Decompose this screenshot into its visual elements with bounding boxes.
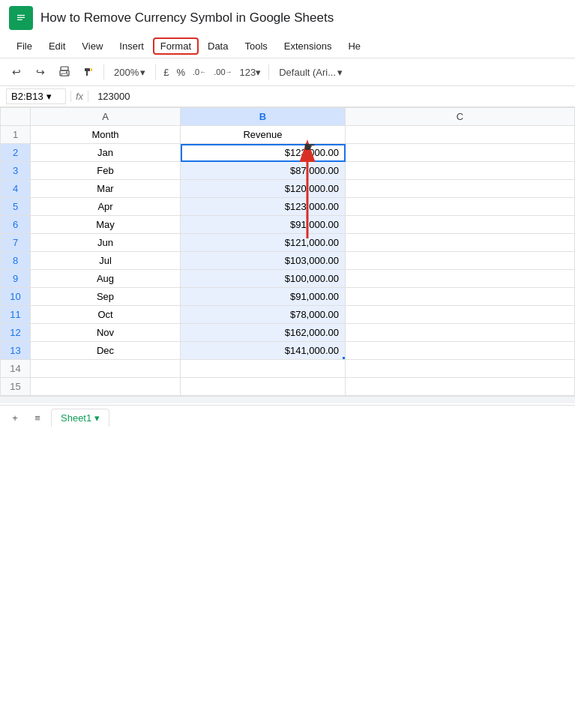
menu-format[interactable]: Format [153,37,199,55]
cell-c11[interactable] [346,306,575,324]
cell-c4[interactable] [346,180,575,198]
format-buttons: £ % .0 ← .00 → 123▾ [160,65,264,79]
spreadsheet: A B C 1MonthRevenue2Jan$123,000.003Feb$8… [0,107,575,396]
row-header-8: 8 [1,252,31,270]
cell-c14[interactable] [346,360,575,378]
cell-b1[interactable]: Revenue [181,126,346,144]
zoom-dropdown[interactable]: 200% ▾ [109,64,151,80]
menu-file[interactable]: File [9,37,40,55]
cell-a12[interactable]: Nov [31,324,181,342]
row-header-7: 7 [1,234,31,252]
col-header-b[interactable]: B [181,108,346,126]
menu-help[interactable]: He [340,37,368,55]
sheet-tab-sheet1[interactable]: Sheet1 ▾ [51,409,109,427]
sheet-tab-label: Sheet1 [61,412,91,424]
add-sheet-button[interactable]: + [6,409,24,427]
cell-a11[interactable]: Oct [31,306,181,324]
col-header-a[interactable]: A [31,108,181,126]
decimal-increase-button[interactable]: .00 → [211,66,235,78]
cell-c13[interactable] [346,342,575,360]
formula-bar: B2:B13 ▾ fx 123000 [0,86,575,107]
print-button[interactable] [54,61,75,82]
row-header-6: 6 [1,216,31,234]
cell-b8[interactable]: $103,000.00 [181,252,346,270]
cell-b9[interactable]: $100,000.00 [181,270,346,288]
toolbar: ↩ ↪ 200% ▾ £ % .0 ← .00 → 123▾ D [0,58,575,86]
sheet-menu-button[interactable]: ≡ [28,409,46,427]
cell-c2[interactable] [346,144,575,162]
row-header-2: 2 [1,144,31,162]
cell-b12[interactable]: $162,000.00 [181,324,346,342]
cell-ref-dropdown-arrow[interactable]: ▾ [46,91,52,102]
percent-button[interactable]: % [173,65,188,79]
row-header-3: 3 [1,162,31,180]
corner-header [1,108,31,126]
cell-b14[interactable] [181,360,346,378]
cell-b10[interactable]: $91,000.00 [181,288,346,306]
cell-a13[interactable]: Dec [31,342,181,360]
font-family-dropdown[interactable]: Default (Ari... ▾ [274,64,348,80]
cell-a15[interactable] [31,378,181,396]
cell-a5[interactable]: Apr [31,198,181,216]
cell-reference-box[interactable]: B2:B13 ▾ [6,88,66,104]
cell-c6[interactable] [346,216,575,234]
cell-a7[interactable]: Jun [31,234,181,252]
cell-b2[interactable]: $123,000.00 [181,144,346,162]
col-header-c[interactable]: C [346,108,575,126]
cell-b4[interactable]: $120,000.00 [181,180,346,198]
app-icon [9,6,33,30]
separator-3 [268,64,269,79]
cell-a1[interactable]: Month [31,126,181,144]
cell-c15[interactable] [346,378,575,396]
cell-c9[interactable] [346,270,575,288]
cell-a14[interactable] [31,360,181,378]
svg-rect-6 [61,73,67,76]
cell-a8[interactable]: Jul [31,252,181,270]
undo-button[interactable]: ↩ [6,61,27,82]
cell-c7[interactable] [346,234,575,252]
menu-view[interactable]: View [74,37,110,55]
cell-c5[interactable] [346,198,575,216]
sheet-tab-dropdown-arrow[interactable]: ▾ [94,412,100,424]
cell-b13[interactable]: $141,000.00 [181,342,346,360]
spreadsheet-container: A B C 1MonthRevenue2Jan$123,000.003Feb$8… [0,107,575,396]
svg-rect-4 [61,67,68,70]
cell-a9[interactable]: Aug [31,270,181,288]
font-family-arrow: ▾ [337,67,343,78]
menu-insert[interactable]: Insert [112,37,151,55]
cell-b6[interactable]: $91,000.00 [181,216,346,234]
cell-b15[interactable] [181,378,346,396]
menu-extensions[interactable]: Extensions [277,37,340,55]
row-header-14: 14 [1,360,31,378]
cell-a10[interactable]: Sep [31,288,181,306]
cell-a6[interactable]: May [31,216,181,234]
cell-reference-value: B2:B13 [11,91,43,102]
svg-rect-7 [66,72,67,73]
cell-a2[interactable]: Jan [31,144,181,162]
decimal-decrease-button[interactable]: .0 ← [190,66,209,78]
cell-b5[interactable]: $123,000.00 [181,198,346,216]
page-title: How to Remove Currency Symbol in Google … [40,10,334,25]
cell-a3[interactable]: Feb [31,162,181,180]
row-header-9: 9 [1,270,31,288]
cell-b7[interactable]: $121,000.00 [181,234,346,252]
cell-b3[interactable]: $87,000.00 [181,162,346,180]
currency-button[interactable]: £ [160,65,172,79]
menu-tools[interactable]: Tools [237,37,274,55]
cell-b11[interactable]: $78,000.00 [181,306,346,324]
paint-format-button[interactable] [78,61,99,82]
cell-c12[interactable] [346,324,575,342]
redo-button[interactable]: ↪ [30,61,51,82]
cell-c8[interactable] [346,252,575,270]
cell-c1[interactable] [346,126,575,144]
row-header-12: 12 [1,324,31,342]
cell-c3[interactable] [346,162,575,180]
horizontal-scrollbar[interactable] [0,396,575,403]
cell-a4[interactable]: Mar [31,180,181,198]
menu-data[interactable]: Data [200,37,235,55]
number-format-button[interactable]: 123▾ [237,65,265,79]
cell-c10[interactable] [346,288,575,306]
row-header-1: 1 [1,126,31,144]
zoom-dropdown-arrow: ▾ [140,67,145,78]
menu-edit[interactable]: Edit [41,37,73,55]
